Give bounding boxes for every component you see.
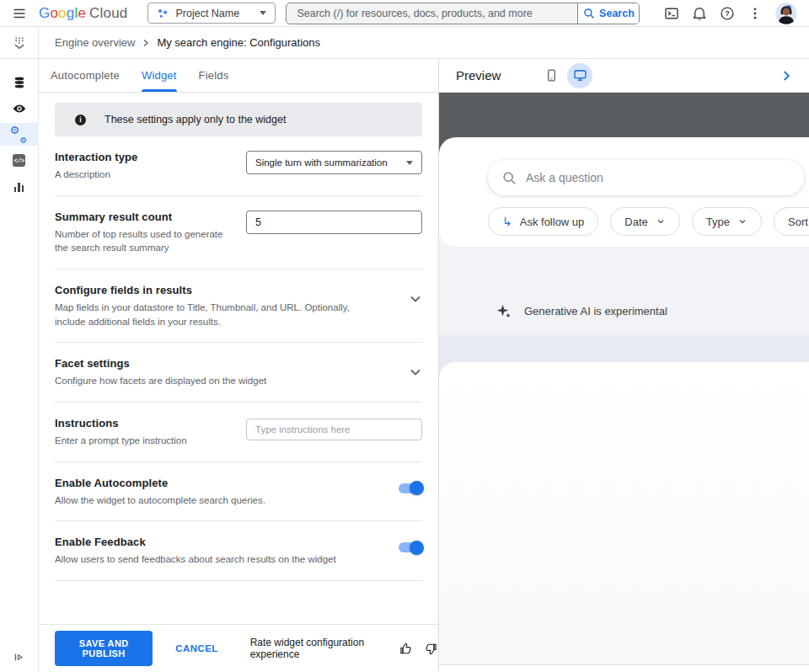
google-cloud-logo[interactable]: Google Cloud [39, 5, 127, 22]
chevron-down-icon[interactable] [388, 284, 422, 306]
more-vert-icon[interactable] [747, 6, 763, 21]
breadcrumb-parent[interactable]: Engine overview [55, 36, 135, 49]
ask-question-input[interactable] [526, 171, 792, 184]
info-icon: i [75, 115, 86, 125]
chip-type[interactable]: Type [692, 207, 762, 236]
field-label: Interaction type [55, 151, 234, 163]
preview-panel: Preview ↳ Ask follow up [438, 59, 809, 672]
code-icon: </> [13, 154, 25, 167]
google-logo-text: Google [39, 5, 86, 22]
toggle-knob [410, 481, 424, 495]
chip-date[interactable]: Date [610, 207, 679, 236]
expand-panel-icon[interactable] [13, 651, 25, 664]
project-icon [157, 8, 169, 19]
nav-analytics[interactable] [0, 175, 39, 198]
field-description: Allow users to send feedbacks about sear… [55, 552, 365, 567]
chip-sort[interactable]: Sort [774, 207, 809, 236]
preview-header: Preview [439, 59, 809, 93]
summary-result-count-input[interactable] [246, 211, 422, 234]
field-description: Number of top results used to generate t… [55, 227, 234, 255]
rating-buttons [399, 642, 438, 656]
field-description: Configure how facets are displayed on th… [55, 374, 365, 388]
field-label: Facet settings [55, 357, 365, 370]
app-home-icon[interactable] [12, 35, 27, 51]
tab-fields[interactable]: Fields [199, 59, 229, 92]
search-widget-card: ↳ Ask follow up Date Type Sort Form [439, 137, 809, 247]
chevron-down-icon [737, 216, 747, 227]
field-description: Map fields in your datastore to Title, T… [55, 301, 365, 328]
desktop-preview-icon[interactable] [567, 63, 592, 88]
chip-ask-follow-up[interactable]: ↳ Ask follow up [488, 207, 598, 236]
top-bar-actions: ? [664, 3, 809, 24]
tab-bar: Autocomplete Widget Fields [39, 59, 438, 93]
field-label: Enable Autocomplete [55, 477, 365, 489]
top-bar: Google Cloud Project Name Search [0, 0, 809, 27]
form-row-configure-fields[interactable]: Configure fields in results Map fields i… [55, 269, 422, 343]
follow-up-arrow-icon: ↳ [502, 216, 512, 227]
instructions-input[interactable] [246, 419, 422, 440]
project-name-label: Project Name [175, 8, 253, 19]
caret-down-icon [406, 161, 413, 165]
ai-disclaimer-text: Generative AI is experimental [524, 305, 667, 317]
chevron-right-icon[interactable] [779, 68, 794, 83]
field-label: Summary result count [55, 211, 234, 223]
bar-chart-icon [14, 182, 24, 192]
configurations-icon: ⚙⚙ [11, 127, 28, 142]
results-placeholder-card [439, 362, 809, 665]
toggle-knob [410, 541, 424, 555]
cloud-logo-text: Cloud [89, 5, 127, 22]
field-label: Instructions [55, 417, 234, 429]
save-and-publish-button[interactable]: SAVE AND PUBLISH [55, 631, 153, 666]
notifications-bell-icon[interactable] [692, 6, 707, 21]
breadcrumb: Engine overview My search engine: Config… [39, 27, 809, 59]
left-nav-rail: ⚙⚙ </> [0, 27, 39, 672]
breadcrumb-separator-icon [142, 39, 150, 47]
form-row-enable-feedback: Enable Feedback Allow users to send feed… [55, 521, 422, 581]
svg-text:?: ? [725, 9, 730, 18]
enable-feedback-toggle[interactable] [399, 542, 422, 552]
project-selector[interactable]: Project Name [147, 3, 276, 24]
account-avatar[interactable] [775, 3, 797, 24]
info-banner-text: These settings apply only to the widget [104, 114, 286, 125]
nav-preview[interactable] [0, 97, 39, 120]
nav-configurations[interactable]: ⚙⚙ [0, 123, 39, 146]
tab-autocomplete[interactable]: Autocomplete [51, 59, 120, 92]
thumb-up-icon[interactable] [399, 642, 413, 656]
cloud-shell-icon[interactable] [664, 6, 679, 21]
form-row-enable-autocomplete: Enable Autocomplete Allow the widget to … [55, 462, 422, 522]
nav-code[interactable]: </> [0, 149, 39, 172]
chevron-down-icon [656, 216, 666, 227]
thumb-down-icon[interactable] [424, 642, 438, 656]
caret-down-icon [260, 11, 266, 15]
field-description: A description [55, 168, 234, 182]
chevron-down-icon[interactable] [388, 357, 422, 379]
breadcrumb-current: My search engine: Configurations [157, 36, 320, 49]
field-description: Allow the widget to autocomplete search … [55, 493, 365, 508]
field-description: Enter a prompt type instruction [55, 434, 234, 448]
app-window: Google Cloud Project Name Search [0, 0, 809, 672]
sparkle-icon [496, 303, 512, 319]
form-row-summary-result-count: Summary result count Number of top resul… [55, 196, 422, 269]
help-icon[interactable]: ? [720, 6, 735, 21]
enable-autocomplete-toggle[interactable] [399, 483, 422, 493]
field-label: Configure fields in results [55, 284, 365, 296]
database-icon [12, 75, 27, 90]
info-banner: i These settings apply only to the widge… [55, 103, 422, 136]
tab-widget[interactable]: Widget [142, 59, 177, 92]
ask-question-searchbox [488, 160, 804, 195]
form-row-facet-settings[interactable]: Facet settings Configure how facets are … [55, 343, 422, 403]
form-row-interaction-type: Interaction type A description Single tu… [55, 136, 422, 196]
global-search-input[interactable] [287, 3, 577, 24]
filter-chips: ↳ Ask follow up Date Type Sort Form [488, 207, 809, 236]
preview-title: Preview [456, 68, 501, 83]
search-icon [583, 8, 595, 19]
interaction-type-select[interactable]: Single turn with summarization [246, 151, 422, 174]
search-icon [502, 171, 517, 185]
global-search-bar: Search [286, 3, 640, 24]
nav-data-stores[interactable] [0, 71, 39, 93]
menu-icon[interactable] [0, 6, 39, 21]
global-search-button[interactable]: Search [577, 3, 639, 24]
cancel-button[interactable]: CANCEL [175, 643, 217, 653]
mobile-preview-icon[interactable] [544, 68, 559, 83]
field-label: Enable Feedback [55, 536, 365, 548]
